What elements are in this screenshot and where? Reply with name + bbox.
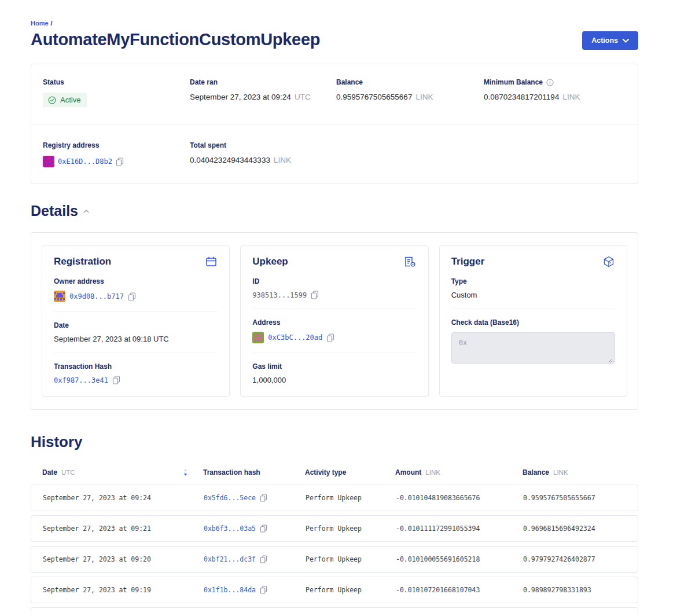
date-ran-unit: UTC (295, 93, 311, 101)
upkeep-address-label: Address (252, 318, 416, 327)
calendar-icon (205, 255, 218, 268)
upkeep-card: Upkeep ID 938513...1599 Address 0xC3bC..… (240, 245, 428, 397)
row-date: September 27, 2023 at 09:20 (43, 555, 204, 563)
table-row: September 27, 2023 at 09:20 0xbf21...dc3… (31, 546, 638, 573)
trigger-title: Trigger (451, 256, 485, 267)
row-balance: 0.9797927426402877 (523, 555, 638, 563)
sort-descending-icon[interactable] (183, 469, 188, 476)
status-label: Status (43, 78, 190, 86)
copy-icon[interactable] (260, 586, 267, 594)
transaction-hash-link[interactable]: 0xf987...3e41 (54, 376, 108, 384)
registration-date-label: Date (54, 321, 218, 329)
date-ran-label: Date ran (190, 78, 336, 86)
balance-unit: LINK (415, 93, 433, 101)
actions-button-label: Actions (591, 36, 618, 45)
row-activity: Perform Upkeep (306, 586, 396, 594)
actions-button[interactable]: Actions (582, 31, 638, 50)
row-tx-link[interactable]: 0x5fd6...5ece (204, 494, 256, 502)
owner-avatar (54, 291, 65, 302)
owner-address-label: Owner address (54, 277, 218, 285)
trigger-card: Trigger Type Custom Check data (Base16) (439, 245, 627, 397)
column-header-transaction-hash[interactable]: Transaction hash (203, 468, 305, 476)
status-field: Status Active (43, 78, 190, 107)
details-section-title: Details (31, 203, 78, 219)
history-section-title: History (31, 433, 638, 451)
breadcrumb-separator: / (51, 20, 53, 27)
summary-card: Status Active Date ran September 27, 202… (31, 64, 638, 184)
registration-card: Registration Owner address 0x9d08...b717… (42, 245, 230, 397)
total-spent-field: Total spent 0.04042324943443333LINK (190, 141, 336, 167)
min-balance-value: 0.0870234817201194 (484, 93, 559, 101)
table-row: September 27, 2023 at 09:18 0xf987...3e4… (31, 607, 638, 616)
details-panel: Registration Owner address 0x9d08...b717… (31, 232, 638, 410)
row-balance: 0.9595767505655667 (523, 494, 638, 502)
column-header-date[interactable]: Date UTC (42, 468, 203, 476)
row-amount: -0.010100055691605218 (396, 555, 523, 563)
row-activity: Perform Upkeep (306, 525, 396, 533)
info-icon[interactable] (546, 79, 554, 86)
trigger-type-label: Type (451, 277, 615, 285)
check-circle-icon (48, 96, 56, 104)
column-header-amount[interactable]: AmountLINK (395, 468, 523, 476)
row-balance: 0.989892798331893 (523, 586, 638, 594)
table-row: September 27, 2023 at 09:21 0xb6f3...03a… (31, 515, 638, 542)
gas-limit-label: Gas limit (252, 362, 416, 371)
date-ran-field: Date ran September 27, 2023 at 09:24UTC (190, 78, 336, 107)
min-balance-label: Minimum Balance (484, 78, 543, 86)
page-title: AutomateMyFunctionCustomUpkeep (31, 30, 320, 49)
balance-field: Balance 0.9595767505655667LINK (336, 78, 484, 107)
column-header-balance[interactable]: BalanceLINK (523, 468, 638, 476)
registry-avatar (43, 156, 54, 167)
breadcrumb: Home/ (31, 20, 638, 27)
row-date: September 27, 2023 at 09:19 (43, 586, 204, 594)
check-data-textarea[interactable] (451, 332, 615, 364)
transaction-hash-label: Transaction Hash (54, 362, 218, 371)
collapse-caret-icon[interactable] (83, 210, 89, 213)
upkeep-id-label: ID (252, 277, 416, 285)
total-spent-label: Total spent (190, 141, 336, 149)
row-amount: -0.010111172991055394 (396, 525, 523, 533)
history-table-header: Date UTC Transaction hash Activity type … (31, 459, 638, 485)
copy-icon[interactable] (260, 525, 267, 533)
upkeep-address-link[interactable]: 0xC3bC...20ad (268, 333, 322, 342)
history-table: Date UTC Transaction hash Activity type … (31, 459, 638, 616)
min-balance-field: Minimum Balance 0.0870234817201194LINK (484, 78, 626, 107)
registry-address-link[interactable]: 0xE16D...D8b2 (58, 157, 112, 166)
copy-icon[interactable] (260, 494, 267, 502)
total-spent-value: 0.04042324943443333 (190, 156, 270, 164)
status-value: Active (60, 96, 80, 104)
balance-value: 0.9595767505655667 (336, 93, 412, 101)
row-tx-link[interactable]: 0xb6f3...03a5 (204, 525, 256, 533)
copy-icon[interactable] (112, 376, 120, 384)
column-header-activity-type[interactable]: Activity type (305, 468, 395, 476)
registration-title: Registration (54, 256, 111, 267)
row-date: September 27, 2023 at 09:24 (43, 494, 204, 502)
registration-date-value: September 27, 2023 at 09:18 UTC (54, 335, 218, 343)
chevron-down-icon (623, 39, 629, 43)
row-activity: Perform Upkeep (306, 555, 396, 563)
owner-address-link[interactable]: 0x9d08...b717 (69, 292, 124, 300)
resize-handle-icon[interactable] (608, 358, 613, 363)
page: Home/ AutomateMyFunctionCustomUpkeep Act… (0, 0, 699, 616)
row-date: September 27, 2023 at 09:21 (43, 525, 204, 533)
check-data-label: Check data (Base16) (451, 318, 615, 327)
balance-label: Balance (336, 78, 484, 86)
date-ran-value: September 27, 2023 at 09:24 (190, 93, 291, 101)
row-tx-link[interactable]: 0x1f1b...84da (204, 586, 256, 594)
copy-icon[interactable] (116, 157, 124, 166)
registry-label: Registry address (43, 141, 190, 149)
upkeep-id-value: 938513...1599 (252, 291, 307, 299)
trigger-type-value: Custom (451, 291, 615, 299)
row-tx-link[interactable]: 0xbf21...dc3f (204, 555, 256, 563)
cube-icon (602, 255, 615, 268)
row-balance: 0.9696815696492324 (523, 525, 638, 533)
copy-icon[interactable] (326, 333, 334, 342)
copy-icon[interactable] (128, 292, 136, 301)
copy-icon[interactable] (260, 555, 267, 563)
copy-icon[interactable] (311, 291, 319, 299)
row-amount: -0.010107201668107043 (396, 586, 523, 594)
total-spent-unit: LINK (274, 156, 291, 164)
min-balance-unit: LINK (562, 93, 580, 101)
status-badge: Active (43, 93, 87, 107)
breadcrumb-home-link[interactable]: Home (31, 20, 49, 27)
